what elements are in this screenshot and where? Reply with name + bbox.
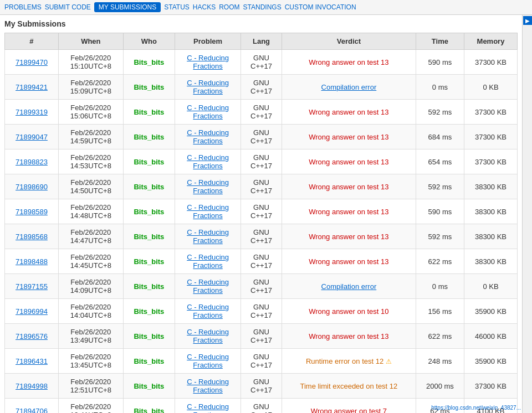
submission-id-link[interactable]: 71899047 <box>16 133 48 141</box>
cell-when: Feb/26/2020 14:04UTC+8 <box>58 299 123 324</box>
submitter-link[interactable]: Bits_bits <box>134 307 164 316</box>
problem-link[interactable]: C - Reducing Fractions <box>187 178 229 195</box>
submitter-link[interactable]: Bits_bits <box>134 357 164 365</box>
table-row: 71898589Feb/26/2020 14:48UTC+8Bits_bitsC… <box>5 199 518 224</box>
problem-link[interactable]: C - Reducing Fractions <box>187 54 229 70</box>
col-header-lang: Lang <box>241 33 282 50</box>
problem-link[interactable]: C - Reducing Fractions <box>187 378 229 394</box>
verdict-link[interactable]: Compilation error <box>321 282 377 291</box>
problem-link[interactable]: C - Reducing Fractions <box>187 79 229 95</box>
problem-link[interactable]: C - Reducing Fractions <box>187 104 229 120</box>
cell-verdict: Runtime error on test 12 ⚠ <box>282 349 416 374</box>
cell-verdict: Compilation error <box>282 75 416 100</box>
cell-lang: GNU C++17 <box>241 374 282 399</box>
cell-when: Feb/26/2020 14:47UTC+8 <box>58 224 123 249</box>
scroll-arrow[interactable]: ▶ <box>523 16 532 25</box>
submitter-link[interactable]: Bits_bits <box>134 332 164 340</box>
nav-standings[interactable]: STANDINGS <box>243 3 282 11</box>
verdict-text: Wrong answer on test 13 <box>309 332 388 340</box>
submission-id-link[interactable]: 71898823 <box>16 158 48 166</box>
table-row: 71894998Feb/26/2020 12:51UTC+8Bits_bitsC… <box>5 374 518 399</box>
submission-id-link[interactable]: 71898568 <box>16 233 48 241</box>
cell-id: 71898589 <box>5 199 59 224</box>
cell-verdict: Wrong answer on test 13 <box>282 199 416 224</box>
cell-id: 71894998 <box>5 374 59 399</box>
cell-who: Bits_bits <box>123 50 175 75</box>
submission-id-link[interactable]: 71899319 <box>16 108 48 116</box>
col-header-time: Time <box>416 33 464 50</box>
verdict-link[interactable]: Compilation error <box>321 83 377 91</box>
col-header-problem: Problem <box>175 33 241 50</box>
submission-id-link[interactable]: 71899421 <box>16 83 48 91</box>
cell-who: Bits_bits <box>123 199 175 224</box>
problem-link[interactable]: C - Reducing Fractions <box>187 253 229 270</box>
col-header-who: Who <box>123 33 175 50</box>
problem-link[interactable]: C - Reducing Fractions <box>187 203 229 220</box>
cell-memory: 35900 KB <box>464 299 517 324</box>
problem-link[interactable]: C - Reducing Fractions <box>187 278 229 295</box>
cell-who: Bits_bits <box>123 125 175 149</box>
nav-room[interactable]: ROOM <box>219 3 239 11</box>
submitter-link[interactable]: Bits_bits <box>134 208 164 216</box>
cell-who: Bits_bits <box>123 349 175 374</box>
col-header-verdict: Verdict <box>282 33 416 50</box>
watermark: https://blog.csdn.net/weixin_43827... <box>431 405 521 411</box>
problem-link[interactable]: C - Reducing Fractions <box>187 153 229 170</box>
problem-link[interactable]: C - Reducing Fractions <box>187 328 229 344</box>
cell-when: Feb/26/2020 14:48UTC+8 <box>58 199 123 224</box>
cell-id: 71899421 <box>5 75 59 100</box>
submitter-link[interactable]: Bits_bits <box>134 382 164 390</box>
cell-problem: C - Reducing Fractions <box>175 75 241 100</box>
cell-problem: C - Reducing Fractions <box>175 125 241 149</box>
nav-custom-invocation[interactable]: CUSTOM INVOCATION <box>285 3 356 11</box>
problem-link[interactable]: C - Reducing Fractions <box>187 353 229 369</box>
cell-who: Bits_bits <box>123 299 175 324</box>
submitter-link[interactable]: Bits_bits <box>134 158 164 166</box>
verdict-text: Wrong answer on test 13 <box>309 108 388 116</box>
problem-link[interactable]: C - Reducing Fractions <box>187 303 229 319</box>
cell-memory: 38300 KB <box>464 199 517 224</box>
submission-id-link[interactable]: 71896994 <box>16 307 48 316</box>
submission-id-link[interactable]: 71894706 <box>16 407 48 414</box>
submitter-link[interactable]: Bits_bits <box>134 282 164 291</box>
cell-lang: GNU C++17 <box>241 299 282 324</box>
submission-id-link[interactable]: 71898589 <box>16 208 48 216</box>
cell-lang: GNU C++17 <box>241 324 282 349</box>
submission-id-link[interactable]: 71897155 <box>16 282 48 291</box>
nav-problems[interactable]: PROBLEMS <box>4 3 42 11</box>
cell-time: 0 ms <box>416 75 464 100</box>
cell-who: Bits_bits <box>123 249 175 274</box>
cell-when: Feb/26/2020 12:51UTC+8 <box>58 374 123 399</box>
table-header-row: # When Who Problem Lang Verdict Time Mem… <box>5 33 518 50</box>
nav-hacks[interactable]: HACKS <box>193 3 216 11</box>
col-header-memory: Memory <box>464 33 517 50</box>
cell-when: Feb/26/2020 12:41UTC+8 <box>58 399 123 414</box>
cell-id: 71899319 <box>5 100 59 125</box>
problem-link[interactable]: C - Reducing Fractions <box>187 402 229 413</box>
submitter-link[interactable]: Bits_bits <box>134 58 164 66</box>
cell-lang: GNU C++17 <box>241 399 282 414</box>
submission-id-link[interactable]: 71896431 <box>16 357 48 365</box>
problem-link[interactable]: C - Reducing Fractions <box>187 228 229 245</box>
cell-id: 71894706 <box>5 399 59 414</box>
submission-id-link[interactable]: 71896576 <box>16 332 48 340</box>
nav-status[interactable]: STATUS <box>164 3 190 11</box>
nav-submit-code[interactable]: SUBMIT CODE <box>45 3 91 11</box>
submission-id-link[interactable]: 71894998 <box>16 382 48 390</box>
submission-id-link[interactable]: 71898488 <box>16 257 48 266</box>
submitter-link[interactable]: Bits_bits <box>134 108 164 116</box>
submitter-link[interactable]: Bits_bits <box>134 133 164 141</box>
cell-who: Bits_bits <box>123 174 175 199</box>
problem-link[interactable]: C - Reducing Fractions <box>187 128 229 145</box>
submission-id-link[interactable]: 71899470 <box>16 58 48 66</box>
nav-my-submissions[interactable]: MY SUBMISSIONS <box>94 2 161 12</box>
submission-id-link[interactable]: 71898690 <box>16 183 48 191</box>
submitter-link[interactable]: Bits_bits <box>134 257 164 266</box>
submitter-link[interactable]: Bits_bits <box>134 83 164 91</box>
cell-who: Bits_bits <box>123 399 175 414</box>
submitter-link[interactable]: Bits_bits <box>134 407 164 414</box>
cell-id: 71896994 <box>5 299 59 324</box>
submitter-link[interactable]: Bits_bits <box>134 183 164 191</box>
cell-problem: C - Reducing Fractions <box>175 100 241 125</box>
submitter-link[interactable]: Bits_bits <box>134 233 164 241</box>
